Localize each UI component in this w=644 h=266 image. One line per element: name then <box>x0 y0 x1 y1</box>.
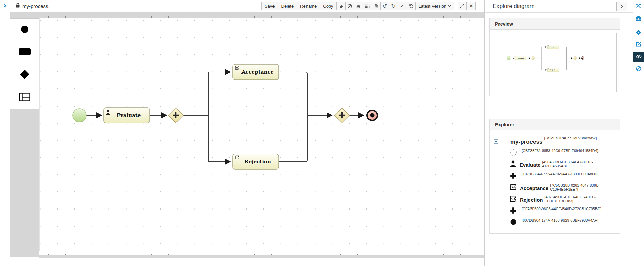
tree-node-name: Acceptance <box>520 185 548 191</box>
collapse-panel-button[interactable] <box>616 2 627 11</box>
preview-card: Preview <box>489 18 620 96</box>
tree-row-start-event[interactable]: [CBF35F61-8853-42C9-97BF-F694641584D4] <box>509 148 617 156</box>
version-selector[interactable]: Latest Version <box>415 2 454 10</box>
tree-row-gateway-fork[interactable]: [1079B364-6772-4A70-9AA7-1300FE00A860] <box>509 172 617 180</box>
explorer-title: Explorer <box>495 122 514 127</box>
explore-panel-header: Explore diagram <box>485 0 633 13</box>
explorer-card-header: Explorer <box>490 119 620 130</box>
preview-title: Preview <box>495 21 513 27</box>
tree-root-row[interactable]: my-process [_a2oEsUP4EeeJiqP73mBwzw] <box>494 136 617 146</box>
save-button[interactable]: Save <box>261 2 278 10</box>
process-title: my-process <box>22 3 49 9</box>
diagram-canvas[interactable] <box>39 18 484 251</box>
task-shape-icon <box>18 48 31 57</box>
explore-view-button[interactable] <box>633 52 644 62</box>
edit-icon <box>636 42 641 48</box>
diagram-preview-thumbnail <box>493 33 617 92</box>
copy-button[interactable]: Copy <box>320 2 336 10</box>
tree-row-end-event[interactable]: [607DB904-174A-4158-9629-6BBF7933A4AF] <box>509 218 617 226</box>
horizontal-scrollbar[interactable] <box>39 255 484 258</box>
tree-node-id: [7C5CB18B-0261-4047-836B-C13F4E5F1EE7] <box>550 183 617 191</box>
event-shape-icon <box>20 25 29 35</box>
explorer-card: Explorer my-process [_a2oEsUP4EeeJiqP73m… <box>489 119 620 234</box>
start-event-icon <box>509 148 517 156</box>
process-title-wrap: my-process <box>15 3 49 9</box>
redo-button[interactable]: ↻ <box>389 2 398 10</box>
expand-left-panel-icon[interactable] <box>3 3 7 10</box>
grid-button[interactable] <box>363 2 372 10</box>
edit-view-button[interactable] <box>633 40 644 49</box>
tree-node-id: [_a2oEsUP4EeeJiqP73mBwzw] <box>544 136 597 140</box>
pool-shape-icon <box>19 93 30 103</box>
tree-row-evaluate[interactable]: Evaluate [45F459BD-CC39-4FA7-8D1C-4136FA… <box>509 160 617 168</box>
preview-card-header: Preview <box>490 18 620 30</box>
explore-panel: Explore diagram Preview Explorer <box>484 0 633 266</box>
tree-node-name: Rejection <box>520 197 543 203</box>
briefcase-icon <box>636 16 641 23</box>
tree-row-acceptance[interactable]: Acceptance [7C5CB18B-0261-4047-836B-C13F… <box>509 183 617 191</box>
process-flow-view-button[interactable] <box>633 2 644 11</box>
tree-node-name: my-process <box>510 139 542 145</box>
eraser-button[interactable] <box>336 2 346 10</box>
delete-button[interactable]: Delete <box>278 2 297 10</box>
script-task-icon <box>509 183 517 191</box>
left-collapse-strip <box>0 0 10 266</box>
parallel-gateway-icon <box>509 172 517 180</box>
parallel-gateway-icon <box>509 206 517 215</box>
shape-palette <box>10 12 39 257</box>
end-event-icon <box>509 218 517 226</box>
editor-header: my-process Save Delete Rename Copy <box>10 0 484 12</box>
toolbar-window-group: × <box>458 2 476 10</box>
tree-node-id: [CBF35F61-8853-42C9-97BF-F694641584D4] <box>522 149 598 153</box>
settings-view-button[interactable] <box>633 28 644 37</box>
tree-node-id: [45F459BD-CC39-4FA7-8D1C-4136FA535A3C] <box>542 160 617 168</box>
tree-node-id: [1079B364-6772-4A70-9AA7-1300FE00A860] <box>522 172 597 176</box>
validate-button[interactable]: ✓ <box>398 2 407 10</box>
tree-children: [CBF35F61-8853-42C9-97BF-F694641584D4] E… <box>509 148 617 226</box>
palette-gateway-shape[interactable] <box>10 64 39 86</box>
close-editor-button[interactable]: × <box>466 2 476 10</box>
horizontal-ruler-top <box>39 12 484 18</box>
collapse-node-icon[interactable] <box>494 139 498 145</box>
design-view-button[interactable] <box>633 65 644 74</box>
design-icon <box>636 66 641 73</box>
tree-node-id: [4975A9DC-F1FB-4EF1-A9EF-CC3E1F1B6D83] <box>545 195 617 203</box>
preview-body <box>490 30 620 96</box>
refresh-button[interactable] <box>407 2 416 10</box>
fullscreen-button[interactable] <box>458 2 467 10</box>
tree-node-id: [607DB904-174A-4158-9629-6BBF7933A4AF] <box>522 218 598 222</box>
tree-row-rejection[interactable]: Rejection [4975A9DC-F1FB-4EF1-A9EF-CC3E1… <box>509 195 617 203</box>
process-node-icon <box>500 136 508 146</box>
ban-button[interactable] <box>345 2 354 10</box>
palette-event-shape[interactable] <box>10 18 39 41</box>
horizontal-ruler-bottom <box>39 251 484 255</box>
explorer-tree: my-process [_a2oEsUP4EeeJiqP73mBwzw] [CB… <box>490 130 620 233</box>
rename-button[interactable]: Rename <box>297 2 320 10</box>
palette-pool-shape[interactable] <box>10 86 39 109</box>
briefcase-view-button[interactable] <box>633 15 644 24</box>
tree-node-name: Evaluate <box>520 162 541 168</box>
car-button[interactable] <box>354 2 363 10</box>
bpmn-diagram[interactable] <box>40 18 485 250</box>
process-editor-app: my-process Save Delete Rename Copy <box>0 0 644 266</box>
tree-row-gateway-join[interactable]: [CFA3F609-96C6-44CE-B46D-272CB1C705BD] <box>509 206 617 215</box>
tree-node-id: [CFA3F609-96C6-44CE-B46D-272CB1C705BD] <box>522 207 601 211</box>
gateway-shape-icon <box>20 69 30 81</box>
eye-icon <box>636 54 642 60</box>
palette-task-shape[interactable] <box>10 41 39 64</box>
gear-icon <box>636 30 641 36</box>
view-switcher-strip <box>633 0 644 266</box>
toolbar-main-group: Save Delete Rename Copy <box>261 2 454 10</box>
chevron-down-icon <box>448 5 451 7</box>
editor-column: my-process Save Delete Rename Copy <box>10 0 484 266</box>
shuffle-icon <box>636 3 641 10</box>
trash-button[interactable] <box>372 2 381 10</box>
toolbar: Save Delete Rename Copy <box>261 2 476 10</box>
lock-icon <box>15 3 20 9</box>
user-task-icon <box>509 160 517 168</box>
undo-button[interactable]: ↺ <box>380 2 389 10</box>
canvas-area <box>39 12 484 266</box>
script-task-icon <box>509 195 517 203</box>
explore-panel-title: Explore diagram <box>493 3 535 10</box>
